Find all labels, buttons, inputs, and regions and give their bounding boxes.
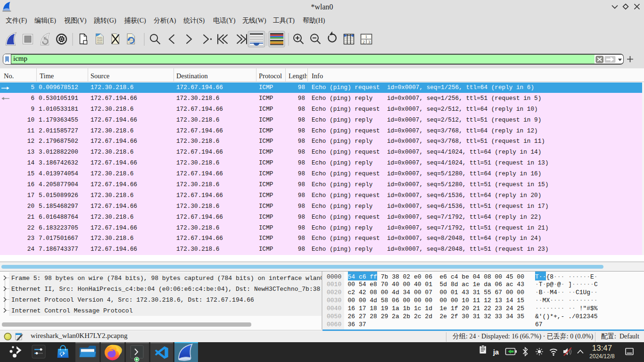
svg-text:1: 1	[365, 34, 368, 39]
svg-text:3: 3	[368, 40, 371, 44]
svg-text:0111: 0111	[97, 41, 102, 44]
svg-text:ja: ja	[493, 348, 499, 356]
svg-text:2: 2	[363, 40, 365, 44]
